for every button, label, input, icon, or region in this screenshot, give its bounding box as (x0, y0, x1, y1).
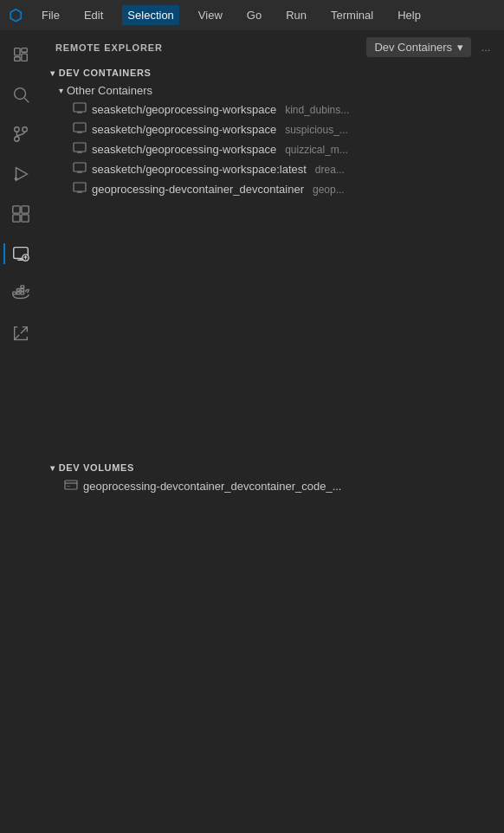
svg-point-7 (23, 127, 28, 132)
menu-view[interactable]: View (193, 5, 228, 25)
container-item-0[interactable]: seasketch/geoprocessing-workspace kind_d… (42, 100, 504, 119)
svg-point-6 (15, 127, 20, 132)
dev-containers-chevron-icon: ▾ (50, 68, 55, 78)
volume-icon-0 (64, 478, 78, 494)
container-name-3: seasketch/geoprocessing-workspace:latest (92, 163, 307, 176)
svg-rect-15 (22, 215, 29, 222)
run-debug-activity-icon[interactable] (3, 157, 38, 191)
vscode-logo: ⬡ (9, 6, 23, 25)
svg-rect-0 (15, 48, 20, 55)
menu-run[interactable]: Run (281, 5, 312, 25)
svg-rect-21 (16, 292, 20, 294)
menu-help[interactable]: Help (392, 5, 426, 25)
docker-activity-icon[interactable] (3, 276, 38, 311)
other-containers-chevron-icon: ▾ (59, 86, 63, 95)
source-control-activity-icon[interactable] (3, 117, 38, 152)
container-item-1[interactable]: seasketch/geoprocessing-workspace suspic… (42, 119, 504, 139)
svg-rect-26 (74, 103, 86, 112)
monitor-icon-3 (73, 161, 87, 178)
other-containers-group-header[interactable]: ▾ Other Containers (42, 81, 504, 100)
svg-rect-38 (74, 183, 86, 191)
container-name-2: seasketch/geoprocessing-workspace (92, 143, 276, 156)
empty-space (42, 199, 504, 459)
svg-rect-12 (13, 206, 20, 213)
main-area: REMOTE EXPLORER Dev Containers ▾ ... ▾ D… (0, 30, 504, 833)
menu-edit[interactable]: Edit (79, 5, 108, 25)
explorer-activity-icon[interactable] (3, 37, 38, 72)
sidebar: REMOTE EXPLORER Dev Containers ▾ ... ▾ D… (42, 30, 504, 833)
svg-rect-1 (22, 48, 27, 53)
container-name-4: geoprocessing-devcontainer_devcontainer (92, 183, 304, 196)
svg-rect-22 (21, 292, 24, 294)
svg-rect-35 (74, 163, 86, 171)
other-containers-label: Other Containers (67, 84, 152, 97)
svg-point-8 (15, 137, 20, 142)
monitor-icon-4 (73, 181, 87, 197)
svg-rect-2 (22, 54, 27, 61)
remote-explorer-title: REMOTE EXPLORER (55, 42, 163, 53)
dev-volumes-chevron-icon: ▾ (50, 463, 55, 473)
svg-rect-24 (21, 289, 24, 292)
title-bar: ⬡ File Edit Selection View Go Run Termin… (0, 0, 504, 30)
container-suffix-0: kind_dubins... (285, 104, 349, 116)
container-item-2[interactable]: seasketch/geoprocessing-workspace quizzi… (42, 139, 504, 159)
svg-point-11 (15, 178, 18, 181)
container-name-1: seasketch/geoprocessing-workspace (92, 123, 276, 136)
dev-volumes-section-header[interactable]: ▾ DEV VOLUMES (42, 459, 504, 476)
svg-rect-23 (16, 289, 20, 292)
container-item-3[interactable]: seasketch/geoprocessing-workspace:latest… (42, 159, 504, 179)
menu-file[interactable]: File (36, 5, 65, 25)
container-suffix-3: drea... (315, 164, 345, 176)
svg-rect-14 (13, 215, 20, 222)
explorer-actions: Dev Containers ▾ ... (366, 37, 495, 57)
dev-containers-section-header[interactable]: ▾ DEV CONTAINERS (42, 64, 504, 81)
menu-terminal[interactable]: Terminal (326, 5, 378, 25)
svg-rect-32 (74, 143, 86, 152)
svg-point-4 (15, 88, 26, 100)
dropdown-chevron-icon: ▾ (457, 41, 463, 54)
volume-item-0[interactable]: geoprocessing-devcontainer_devcontainer_… (42, 476, 504, 496)
search-activity-icon[interactable] (3, 77, 38, 112)
monitor-icon-0 (73, 101, 87, 118)
remote-explorer-activity-icon[interactable] (3, 236, 38, 271)
svg-marker-10 (16, 168, 28, 181)
more-actions-button[interactable]: ... (476, 38, 495, 57)
dev-containers-dropdown[interactable]: Dev Containers ▾ (366, 37, 471, 57)
monitor-icon-1 (73, 121, 87, 138)
activity-bar (0, 30, 42, 833)
container-suffix-1: suspicious_... (285, 124, 348, 136)
dropdown-label: Dev Containers (374, 41, 452, 54)
svg-rect-13 (22, 206, 29, 213)
open-remote-activity-icon[interactable] (3, 316, 38, 351)
volume-name-0: geoprocessing-devcontainer_devcontainer_… (83, 480, 341, 493)
svg-rect-3 (15, 57, 20, 61)
svg-rect-25 (21, 286, 24, 288)
container-suffix-2: quizzical_m... (285, 144, 348, 156)
monitor-icon-2 (73, 141, 87, 158)
menu-selection[interactable]: Selection (122, 5, 178, 25)
svg-rect-41 (65, 481, 77, 489)
remote-explorer-header: REMOTE EXPLORER Dev Containers ▾ ... (42, 30, 504, 64)
dev-containers-label: DEV CONTAINERS (59, 68, 152, 78)
svg-rect-29 (74, 123, 86, 132)
container-suffix-4: geop... (313, 184, 345, 196)
container-name-0: seasketch/geoprocessing-workspace (92, 103, 276, 116)
extensions-activity-icon[interactable] (3, 197, 38, 231)
svg-line-5 (24, 98, 29, 102)
menu-go[interactable]: Go (242, 5, 267, 25)
svg-rect-20 (13, 292, 16, 294)
container-item-4[interactable]: geoprocessing-devcontainer_devcontainer … (42, 179, 504, 199)
dev-volumes-label: DEV VOLUMES (59, 462, 134, 473)
